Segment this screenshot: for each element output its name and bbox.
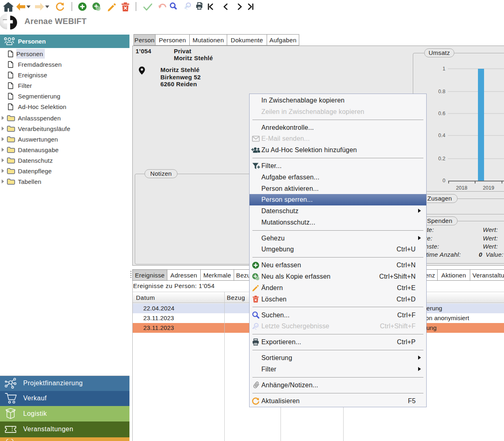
svg-text:0.8: 0.8 [438, 89, 445, 94]
svg-text:0: 0 [443, 178, 445, 183]
svg-text:1: 1 [443, 66, 445, 72]
svg-text:0.4: 0.4 [438, 133, 445, 138]
svg-text:2018: 2018 [456, 185, 467, 191]
svg-text:2019: 2019 [483, 185, 494, 191]
svg-text:0.2: 0.2 [438, 156, 445, 162]
svg-text:0.6: 0.6 [438, 111, 445, 116]
